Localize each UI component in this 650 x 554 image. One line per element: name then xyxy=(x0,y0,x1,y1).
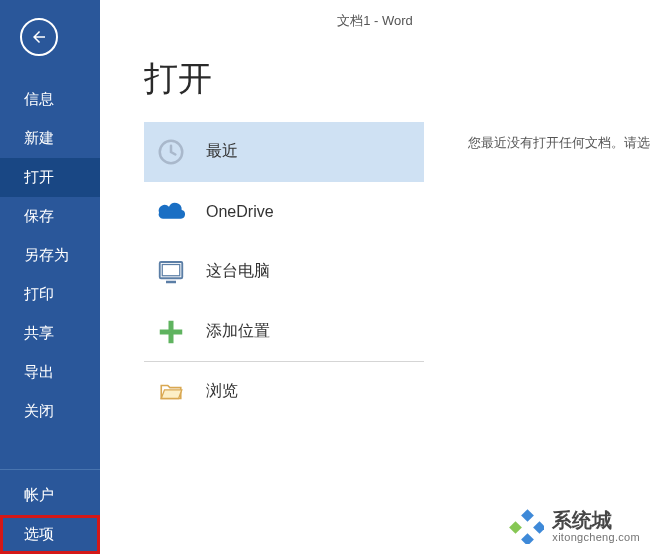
sidebar-item-label: 关闭 xyxy=(24,402,54,419)
onedrive-icon xyxy=(154,195,188,229)
sidebar-item-info[interactable]: 信息 xyxy=(0,80,100,119)
main-area: 文档1 - Word 打开 最近 OneDrive 这台电脑 xyxy=(100,0,650,554)
svg-rect-5 xyxy=(160,329,183,334)
source-label: OneDrive xyxy=(206,203,274,221)
sidebar-item-label: 保存 xyxy=(24,207,54,224)
sidebar-item-share[interactable]: 共享 xyxy=(0,314,100,353)
sidebar-item-save[interactable]: 保存 xyxy=(0,197,100,236)
sidebar-divider xyxy=(0,469,100,470)
source-computer[interactable]: 这台电脑 xyxy=(144,242,424,302)
computer-icon xyxy=(154,255,188,289)
svg-rect-8 xyxy=(533,521,544,534)
plus-icon xyxy=(154,315,188,349)
sidebar-item-saveas[interactable]: 另存为 xyxy=(0,236,100,275)
source-addplace[interactable]: 添加位置 xyxy=(144,302,424,362)
source-browse[interactable]: 浏览 xyxy=(144,362,424,422)
sidebar-item-label: 导出 xyxy=(24,363,54,380)
recent-empty-message: 您最近没有打开任何文档。请选 xyxy=(468,122,650,422)
sidebar-item-print[interactable]: 打印 xyxy=(0,275,100,314)
sidebar-item-label: 共享 xyxy=(24,324,54,341)
sidebar-item-export[interactable]: 导出 xyxy=(0,353,100,392)
source-label: 浏览 xyxy=(206,381,238,402)
sidebar-item-label: 信息 xyxy=(24,90,54,107)
watermark-logo-icon xyxy=(508,508,544,544)
sidebar-item-label: 另存为 xyxy=(24,246,69,263)
source-label: 添加位置 xyxy=(206,321,270,342)
svg-rect-3 xyxy=(166,280,176,283)
sidebar-item-new[interactable]: 新建 xyxy=(0,119,100,158)
sidebar-item-label: 新建 xyxy=(24,129,54,146)
sidebar-item-account[interactable]: 帐户 xyxy=(0,476,100,515)
sidebar-item-open[interactable]: 打开 xyxy=(0,158,100,197)
svg-rect-7 xyxy=(509,521,522,534)
sidebar-item-label: 帐户 xyxy=(24,486,54,503)
sidebar-item-close[interactable]: 关闭 xyxy=(0,392,100,431)
folder-icon xyxy=(154,375,188,409)
source-label: 这台电脑 xyxy=(206,261,270,282)
svg-rect-6 xyxy=(521,509,534,522)
svg-rect-9 xyxy=(521,533,534,544)
back-button[interactable] xyxy=(20,18,58,56)
source-recent[interactable]: 最近 xyxy=(144,122,424,182)
open-source-list: 最近 OneDrive 这台电脑 添加位置 xyxy=(144,122,424,422)
source-label: 最近 xyxy=(206,141,238,162)
window-title: 文档1 - Word xyxy=(100,8,650,34)
backstage-sidebar: 信息 新建 打开 保存 另存为 打印 共享 导出 关闭 帐户 选项 xyxy=(0,0,100,554)
svg-rect-2 xyxy=(162,264,180,275)
sidebar-item-label: 打印 xyxy=(24,285,54,302)
source-onedrive[interactable]: OneDrive xyxy=(144,182,424,242)
clock-icon xyxy=(154,135,188,169)
watermark-url: xitongcheng.com xyxy=(552,531,640,543)
sidebar-item-label: 打开 xyxy=(24,168,54,185)
sidebar-item-options[interactable]: 选项 xyxy=(0,515,100,554)
page-title: 打开 xyxy=(144,56,650,102)
sidebar-item-label: 选项 xyxy=(24,525,54,542)
back-arrow-icon xyxy=(30,28,48,46)
watermark: 系统城 xitongcheng.com xyxy=(508,508,640,544)
watermark-name: 系统城 xyxy=(552,509,640,531)
